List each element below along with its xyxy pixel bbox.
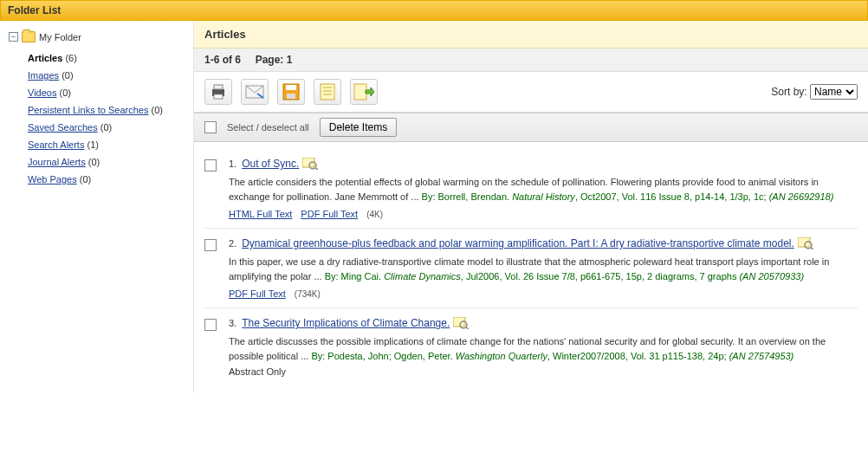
article-abstract: The article considers the potential effe… xyxy=(229,175,858,204)
article-an: (AN 27574953) xyxy=(729,351,794,361)
sidebar-item-link[interactable]: Journal Alerts xyxy=(28,157,86,167)
sidebar-item-link[interactable]: Search Alerts xyxy=(28,139,84,150)
notes-button[interactable] xyxy=(314,79,341,105)
article-number: 2. xyxy=(229,238,236,249)
fulltext-links: PDF Full Text(734K) xyxy=(229,288,858,299)
sidebar-item-count: (0) xyxy=(148,105,163,115)
sidebar-item-link[interactable]: Videos xyxy=(28,87,56,98)
article-row: 1.Out of Sync.The article considers the … xyxy=(204,149,858,229)
sidebar-item-count: (0) xyxy=(77,174,92,184)
sidebar-item-count: (0) xyxy=(98,122,113,133)
svg-rect-12 xyxy=(354,84,366,100)
article-byline: By: Podesta, John; Ogden, Peter. xyxy=(311,351,455,361)
article-checkbox[interactable] xyxy=(204,239,217,251)
delete-items-button[interactable]: Delete Items xyxy=(320,118,397,137)
article-an: (AN 26692918) xyxy=(769,191,834,202)
sidebar-root-label: My Folder xyxy=(39,32,81,42)
article-abstract: In this paper, we use a dry radiative-tr… xyxy=(229,255,858,283)
sidebar-item-count: (0) xyxy=(59,70,74,81)
article-journal: Washington Quarterly xyxy=(456,351,547,361)
folder-icon xyxy=(22,31,36,42)
article-abstract: The article discusses the possible impli… xyxy=(229,334,858,363)
article-number: 3. xyxy=(229,318,236,328)
preview-icon[interactable] xyxy=(453,317,469,331)
svg-rect-2 xyxy=(214,94,223,99)
toolbar: Sort by: Name xyxy=(194,72,868,113)
svg-line-16 xyxy=(315,168,318,170)
article-number: 1. xyxy=(229,159,236,169)
sidebar-item[interactable]: Images (0) xyxy=(28,67,185,84)
sidebar-item[interactable]: Web Pages (0) xyxy=(28,171,185,188)
email-button[interactable] xyxy=(241,79,269,105)
svg-rect-1 xyxy=(214,85,223,89)
svg-line-19 xyxy=(811,248,813,249)
content-heading: Articles xyxy=(194,21,868,49)
fulltext-link[interactable]: PDF Full Text xyxy=(229,288,286,299)
article-body: 1.Out of Sync.The article considers the … xyxy=(229,158,858,219)
article-byline: By: Ming Cai. xyxy=(325,271,384,282)
sidebar-item-link[interactable]: Persistent Links to Searches xyxy=(28,105,148,115)
article-an: (AN 20570933) xyxy=(739,271,804,282)
notes-icon xyxy=(320,83,335,100)
sidebar-item-link[interactable]: Images xyxy=(28,70,59,81)
sidebar-item-count: (1) xyxy=(84,139,99,150)
select-all-checkbox[interactable] xyxy=(204,121,217,133)
select-all-label: Select / deselect all xyxy=(227,122,309,133)
select-row: Select / deselect all Delete Items xyxy=(194,113,868,142)
collapse-icon[interactable]: − xyxy=(9,32,18,42)
sidebar-item-count: (6) xyxy=(62,53,77,63)
article-body: 3.The Security Implications of Climate C… xyxy=(229,317,858,377)
sidebar-item-link[interactable]: Saved Searches xyxy=(28,122,98,133)
result-range: 1-6 of 6 xyxy=(204,54,241,66)
pager-bar: 1-6 of 6 Page: 1 xyxy=(194,49,868,72)
article-row: 3.The Security Implications of Climate C… xyxy=(204,308,858,385)
svg-rect-7 xyxy=(287,94,295,99)
save-button[interactable] xyxy=(277,79,305,105)
article-citation: , Jul2006, Vol. 26 Issue 7/8, p661-675, … xyxy=(461,271,740,282)
article-title-link[interactable]: The Security Implications of Climate Cha… xyxy=(242,317,450,329)
article-title-link[interactable]: Out of Sync. xyxy=(242,158,299,170)
export-button[interactable] xyxy=(350,79,378,105)
page-label: Page: 1 xyxy=(256,54,293,66)
article-citation: , Oct2007, Vol. 116 Issue 8, p14-14, 1/3… xyxy=(575,191,769,202)
sidebar-item[interactable]: Videos (0) xyxy=(28,84,185,101)
sort-label: Sort by: xyxy=(771,86,806,98)
article-body: 2.Dynamical greenhouse-plus feedback and… xyxy=(229,237,858,299)
fulltext-size: (4K) xyxy=(366,210,383,219)
fulltext-links: HTML Full TextPDF Full Text(4K) xyxy=(229,209,858,219)
sidebar-item-count: (0) xyxy=(86,157,100,167)
svg-rect-8 xyxy=(321,84,334,100)
print-icon xyxy=(210,84,227,100)
article-checkbox[interactable] xyxy=(204,319,217,331)
folder-list-header: Folder List xyxy=(0,0,868,21)
article-byline: By: Borrell, Brendan. xyxy=(422,191,513,202)
sidebar-item-count: (0) xyxy=(56,87,71,98)
abstract-only-label: Abstract Only xyxy=(229,366,286,377)
fulltext-size: (734K) xyxy=(295,289,321,299)
sidebar-item[interactable]: Articles (6) xyxy=(28,49,185,67)
fulltext-link[interactable]: PDF Full Text xyxy=(301,209,358,219)
sidebar-root[interactable]: − My Folder xyxy=(9,31,185,42)
fulltext-link[interactable]: HTML Full Text xyxy=(229,209,292,219)
svg-line-22 xyxy=(466,327,469,329)
sort-by: Sort by: Name xyxy=(771,84,858,100)
preview-icon[interactable] xyxy=(302,158,318,172)
article-journal: Climate Dynamics xyxy=(384,271,461,282)
sidebar-item-link[interactable]: Articles xyxy=(28,53,62,63)
save-icon xyxy=(282,83,300,100)
sidebar-item[interactable]: Journal Alerts (0) xyxy=(28,153,185,171)
article-row: 2.Dynamical greenhouse-plus feedback and… xyxy=(204,229,858,308)
sidebar-item-link[interactable]: Web Pages xyxy=(28,174,77,184)
article-checkbox[interactable] xyxy=(204,159,217,172)
article-journal: Natural History xyxy=(512,191,575,202)
sidebar: − My Folder Articles (6)Images (0)Videos… xyxy=(0,21,194,392)
print-button[interactable] xyxy=(204,79,232,105)
email-icon xyxy=(245,85,264,99)
preview-icon[interactable] xyxy=(798,237,813,251)
article-title-link[interactable]: Dynamical greenhouse-plus feedback and p… xyxy=(242,237,794,249)
sort-select[interactable]: Name xyxy=(810,84,858,100)
sidebar-item[interactable]: Persistent Links to Searches (0) xyxy=(28,101,185,119)
sidebar-item[interactable]: Saved Searches (0) xyxy=(28,119,185,136)
sidebar-item[interactable]: Search Alerts (1) xyxy=(28,136,185,153)
export-icon xyxy=(353,83,374,100)
